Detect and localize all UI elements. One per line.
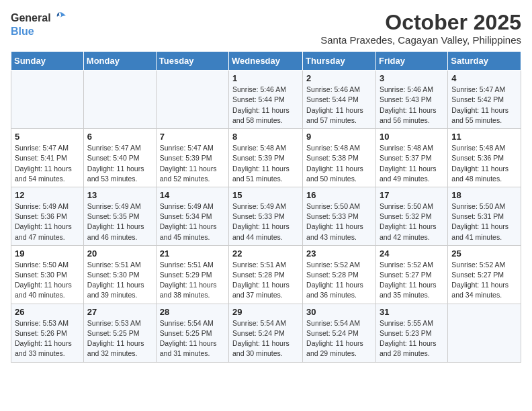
weekday-header: Sunday	[11, 52, 84, 71]
calendar-cell: 7Sunrise: 5:47 AMSunset: 5:39 PMDaylight…	[156, 129, 228, 187]
calendar-cell: 9Sunrise: 5:48 AMSunset: 5:38 PMDaylight…	[303, 129, 376, 187]
calendar-cell: 4Sunrise: 5:47 AMSunset: 5:42 PMDaylight…	[448, 71, 521, 129]
day-number: 9	[306, 132, 372, 142]
calendar-cell: 14Sunrise: 5:49 AMSunset: 5:34 PMDayligh…	[156, 187, 228, 245]
day-number: 8	[232, 132, 299, 142]
logo-blue: Blue	[11, 26, 34, 38]
day-number: 23	[306, 248, 372, 259]
calendar-cell: 25Sunrise: 5:52 AMSunset: 5:27 PMDayligh…	[448, 245, 521, 304]
day-detail: Sunrise: 5:47 AMSunset: 5:41 PMDaylight:…	[15, 143, 80, 184]
calendar-cell: 8Sunrise: 5:48 AMSunset: 5:39 PMDaylight…	[229, 129, 303, 187]
day-detail: Sunrise: 5:50 AMSunset: 5:32 PMDaylight:…	[380, 201, 444, 242]
calendar-week-row: 26Sunrise: 5:53 AMSunset: 5:26 PMDayligh…	[11, 304, 521, 362]
day-detail: Sunrise: 5:52 AMSunset: 5:27 PMDaylight:…	[380, 260, 444, 301]
day-number: 22	[232, 248, 299, 259]
day-detail: Sunrise: 5:52 AMSunset: 5:28 PMDaylight:…	[306, 260, 372, 301]
day-detail: Sunrise: 5:47 AMSunset: 5:40 PMDaylight:…	[87, 143, 152, 184]
calendar-cell: 27Sunrise: 5:53 AMSunset: 5:25 PMDayligh…	[83, 304, 156, 362]
logo-bird-icon	[52, 11, 67, 26]
calendar-cell	[83, 71, 156, 129]
day-detail: Sunrise: 5:48 AMSunset: 5:38 PMDaylight:…	[306, 143, 372, 184]
day-number: 1	[232, 73, 299, 83]
calendar-cell: 12Sunrise: 5:49 AMSunset: 5:36 PMDayligh…	[11, 187, 84, 245]
calendar-week-row: 5Sunrise: 5:47 AMSunset: 5:41 PMDaylight…	[11, 129, 521, 187]
weekday-header: Tuesday	[156, 52, 228, 71]
calendar-cell: 2Sunrise: 5:46 AMSunset: 5:44 PMDaylight…	[303, 71, 376, 129]
calendar-cell: 10Sunrise: 5:48 AMSunset: 5:37 PMDayligh…	[375, 129, 447, 187]
day-detail: Sunrise: 5:49 AMSunset: 5:36 PMDaylight:…	[15, 201, 80, 242]
day-detail: Sunrise: 5:53 AMSunset: 5:26 PMDaylight:…	[15, 318, 80, 359]
day-number: 30	[306, 307, 372, 317]
subtitle: Santa Praxedes, Cagayan Valley, Philippi…	[320, 34, 521, 46]
day-detail: Sunrise: 5:52 AMSunset: 5:27 PMDaylight:…	[451, 260, 517, 301]
day-number: 19	[15, 248, 80, 259]
day-number: 31	[380, 307, 444, 317]
calendar-week-row: 1Sunrise: 5:46 AMSunset: 5:44 PMDaylight…	[11, 71, 521, 129]
calendar-cell	[448, 304, 521, 362]
weekday-header: Wednesday	[229, 52, 303, 71]
day-detail: Sunrise: 5:49 AMSunset: 5:33 PMDaylight:…	[232, 201, 299, 242]
calendar-cell: 29Sunrise: 5:54 AMSunset: 5:24 PMDayligh…	[229, 304, 303, 362]
day-number: 6	[87, 132, 152, 142]
day-number: 25	[451, 248, 517, 259]
day-number: 7	[160, 132, 225, 142]
day-detail: Sunrise: 5:51 AMSunset: 5:28 PMDaylight:…	[232, 260, 299, 301]
calendar-cell: 22Sunrise: 5:51 AMSunset: 5:28 PMDayligh…	[229, 245, 303, 304]
day-detail: Sunrise: 5:55 AMSunset: 5:23 PMDaylight:…	[380, 318, 444, 359]
day-number: 10	[380, 132, 444, 142]
logo-text: General Blue	[11, 11, 67, 38]
day-detail: Sunrise: 5:54 AMSunset: 5:24 PMDaylight:…	[306, 318, 372, 359]
day-number: 27	[87, 307, 152, 317]
calendar-cell: 13Sunrise: 5:49 AMSunset: 5:35 PMDayligh…	[83, 187, 156, 245]
calendar-cell	[156, 71, 228, 129]
day-number: 20	[87, 248, 152, 259]
calendar-cell: 6Sunrise: 5:47 AMSunset: 5:40 PMDaylight…	[83, 129, 156, 187]
day-number: 17	[380, 190, 444, 200]
calendar-cell: 23Sunrise: 5:52 AMSunset: 5:28 PMDayligh…	[303, 245, 376, 304]
calendar-cell: 3Sunrise: 5:46 AMSunset: 5:43 PMDaylight…	[375, 71, 447, 129]
calendar-table: SundayMondayTuesdayWednesdayThursdayFrid…	[11, 51, 521, 362]
day-number: 29	[232, 307, 299, 317]
calendar-cell: 26Sunrise: 5:53 AMSunset: 5:26 PMDayligh…	[11, 304, 84, 362]
weekday-header: Saturday	[448, 52, 521, 71]
day-number: 12	[15, 190, 80, 200]
day-detail: Sunrise: 5:50 AMSunset: 5:31 PMDaylight:…	[451, 201, 517, 242]
day-number: 5	[15, 132, 80, 142]
title-block: October 2025 Santa Praxedes, Cagayan Val…	[320, 11, 521, 46]
calendar-cell: 19Sunrise: 5:50 AMSunset: 5:30 PMDayligh…	[11, 245, 84, 304]
day-number: 4	[451, 73, 517, 83]
day-detail: Sunrise: 5:46 AMSunset: 5:43 PMDaylight:…	[380, 85, 444, 126]
calendar-cell: 31Sunrise: 5:55 AMSunset: 5:23 PMDayligh…	[375, 304, 447, 362]
weekday-header: Friday	[375, 52, 447, 71]
calendar-body: 1Sunrise: 5:46 AMSunset: 5:44 PMDaylight…	[11, 71, 521, 362]
day-detail: Sunrise: 5:48 AMSunset: 5:37 PMDaylight:…	[380, 143, 444, 184]
day-detail: Sunrise: 5:50 AMSunset: 5:30 PMDaylight:…	[15, 260, 80, 301]
calendar-cell: 30Sunrise: 5:54 AMSunset: 5:24 PMDayligh…	[303, 304, 376, 362]
day-number: 15	[232, 190, 299, 200]
weekday-header: Thursday	[303, 52, 376, 71]
day-detail: Sunrise: 5:51 AMSunset: 5:30 PMDaylight:…	[87, 260, 152, 301]
calendar-week-row: 19Sunrise: 5:50 AMSunset: 5:30 PMDayligh…	[11, 245, 521, 304]
day-number: 14	[160, 190, 225, 200]
day-number: 16	[306, 190, 372, 200]
day-detail: Sunrise: 5:46 AMSunset: 5:44 PMDaylight:…	[232, 85, 299, 126]
month-title: October 2025	[320, 11, 521, 34]
day-detail: Sunrise: 5:49 AMSunset: 5:35 PMDaylight:…	[87, 201, 152, 242]
day-detail: Sunrise: 5:46 AMSunset: 5:44 PMDaylight:…	[306, 85, 372, 126]
calendar-cell: 16Sunrise: 5:50 AMSunset: 5:33 PMDayligh…	[303, 187, 376, 245]
day-detail: Sunrise: 5:51 AMSunset: 5:29 PMDaylight:…	[160, 260, 225, 301]
calendar-header-row: SundayMondayTuesdayWednesdayThursdayFrid…	[11, 52, 521, 71]
day-detail: Sunrise: 5:47 AMSunset: 5:39 PMDaylight:…	[160, 143, 225, 184]
calendar-cell	[11, 71, 84, 129]
day-number: 11	[451, 132, 517, 142]
weekday-header: Monday	[83, 52, 156, 71]
calendar-cell: 18Sunrise: 5:50 AMSunset: 5:31 PMDayligh…	[448, 187, 521, 245]
day-detail: Sunrise: 5:50 AMSunset: 5:33 PMDaylight:…	[306, 201, 372, 242]
logo: General Blue	[11, 11, 67, 38]
calendar-cell: 15Sunrise: 5:49 AMSunset: 5:33 PMDayligh…	[229, 187, 303, 245]
logo-general: General	[11, 12, 51, 24]
day-number: 26	[15, 307, 80, 317]
day-number: 24	[380, 248, 444, 259]
day-detail: Sunrise: 5:54 AMSunset: 5:24 PMDaylight:…	[232, 318, 299, 359]
day-detail: Sunrise: 5:47 AMSunset: 5:42 PMDaylight:…	[451, 85, 517, 126]
